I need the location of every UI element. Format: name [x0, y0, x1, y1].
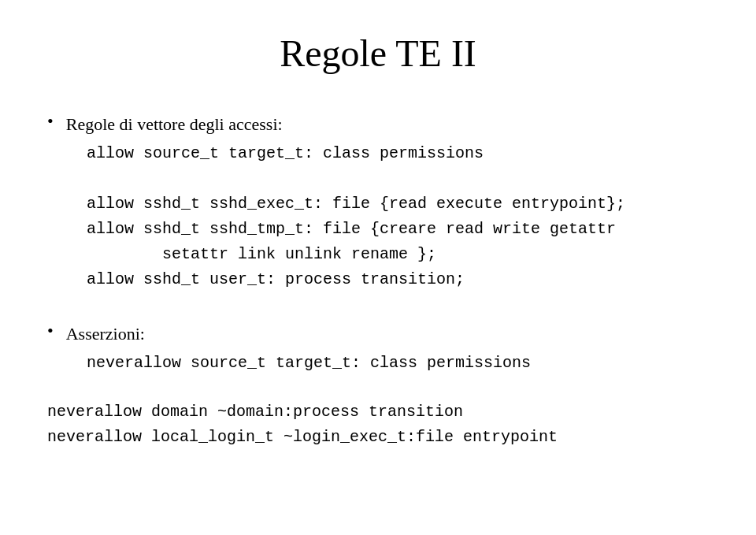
bottom-line-1: neverallow domain ~domain:process transi…: [47, 399, 709, 425]
code-block-assertions: neverallow source_t target_t: class perm…: [87, 351, 709, 376]
page-title: Regole TE II: [47, 32, 709, 75]
code-line-1: allow source_t target_t: class permissio…: [87, 141, 709, 166]
bottom-line-2: neverallow local_login_t ~login_exec_t:f…: [47, 425, 709, 450]
code-line-6: allow sshd_t user_t: process transition;: [87, 267, 709, 292]
section1-label: Regole di vettore degli accessi:: [66, 114, 283, 135]
section-assertions: • Asserzioni: neverallow source_t target…: [47, 324, 709, 376]
assertion-line-1: neverallow source_t target_t: class perm…: [87, 351, 709, 376]
code-line-2: [87, 166, 709, 191]
code-line-5: setattr link unlink rename };: [87, 242, 709, 267]
section2-label: Asserzioni:: [66, 324, 145, 344]
code-line-4: allow sshd_t sshd_tmp_t: file {creare re…: [87, 217, 709, 242]
code-block-rules: allow source_t target_t: class permissio…: [87, 141, 709, 292]
bottom-code-block: neverallow domain ~domain:process transi…: [47, 399, 709, 450]
section-rules: • Regole di vettore degli accessi: allow…: [47, 114, 709, 292]
bullet-icon: •: [47, 111, 54, 132]
code-line-3: allow sshd_t sshd_exec_t: file {read exe…: [87, 191, 709, 217]
bullet-icon-2: •: [47, 321, 54, 341]
